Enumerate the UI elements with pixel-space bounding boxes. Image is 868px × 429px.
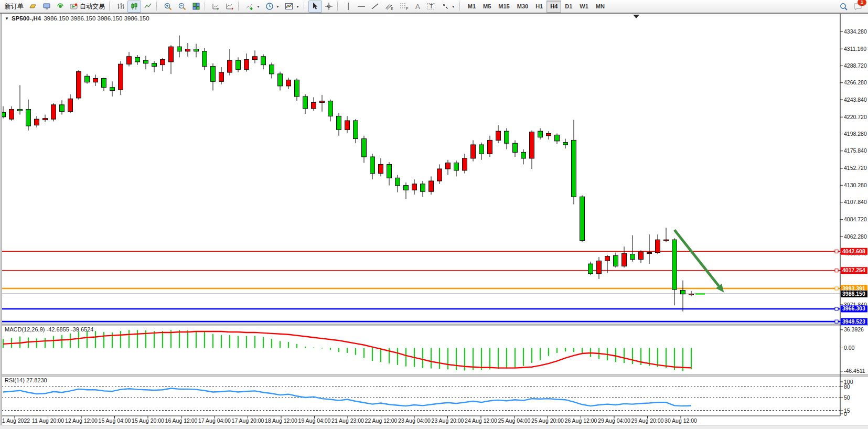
channel-tool-icon[interactable]: E [382,1,397,13]
terminal-icon[interactable] [40,1,53,13]
candle-bull [530,132,534,158]
current-price-label: 3986.150 [842,291,865,297]
line-anchor[interactable] [835,307,838,310]
arrow-annotation[interactable] [674,230,724,292]
text-tool-icon[interactable]: A [411,1,424,13]
price-tick-label: 4130.280 [844,182,867,188]
price-tick-label: 4334.280 [844,28,867,35]
toolbar-separator [337,2,340,11]
toolbar-separator [205,2,208,11]
zoom-in-icon[interactable] [161,1,175,13]
candle-bear [60,105,65,112]
line-anchor[interactable] [835,287,838,290]
arrows-tool-icon[interactable]: ▼ [438,1,458,13]
timeframe-d1[interactable]: D1 [561,1,576,13]
timeframe-m30[interactable]: M30 [513,1,532,13]
line-anchor[interactable] [835,250,838,253]
candle-bull [219,72,224,81]
time-tick-label: 22 Aug 12:00 [365,417,398,424]
timeframe-m5[interactable]: M5 [479,1,495,13]
macd-pane [3,330,691,371]
candle-bear [295,80,299,96]
line-chart-mode-icon[interactable] [141,1,155,13]
notifications-button[interactable]: 1 [853,2,863,11]
chevron-down-icon: ▼ [256,5,260,8]
chart-symbol-period: SP500-,H4 [12,15,41,22]
horizontal-lines[interactable] [2,250,840,323]
time-tick-label: 26 Aug 12:00 [565,417,597,424]
candle-bear [270,65,274,74]
line-anchor[interactable] [835,269,838,272]
time-tick-label: 23 Aug 20:00 [432,417,464,424]
candlestick-mode-icon[interactable] [127,1,141,13]
macd-tick-label: 0.00 [844,345,855,351]
periods-icon[interactable]: ▼ [263,1,282,13]
horizontal-line-tool-icon[interactable] [355,1,368,13]
autotrading-label: 自动交易 [80,2,105,11]
search-icon[interactable] [839,2,848,11]
price-tick-label: 4198.280 [844,131,867,137]
new-order-button[interactable]: 新订单 [2,1,26,12]
autotrading-button[interactable]: 自动交易 [67,1,108,12]
candles [1,36,694,312]
chart-shift-marker[interactable] [633,15,639,18]
text-label-tool-icon[interactable]: T [424,1,438,13]
candle-bull [169,47,174,62]
add-indicator-icon[interactable]: ▼ [243,1,263,13]
candle-bear [177,47,182,51]
arrow-shaft[interactable] [674,230,719,286]
time-tick-label: 25 Aug 04:00 [498,417,531,424]
time-tick-label: 21 Aug 23:00 [331,417,364,424]
line-anchor[interactable] [835,320,838,323]
gold-ingot-icon[interactable] [26,1,40,13]
timeframe-w1[interactable]: W1 [576,1,592,13]
tile-windows-icon[interactable] [189,1,203,13]
auto-scroll-icon[interactable] [209,1,223,13]
fibonacci-tool-icon[interactable]: F [397,1,411,13]
timeframe-mn[interactable]: MN [592,1,608,13]
svg-text:T: T [430,3,433,9]
bar-chart-mode-icon[interactable] [114,1,127,13]
price-tick-label: 4152.720 [844,165,867,171]
candle-bear [505,131,509,143]
time-axis[interactable]: 11 Aug 202211 Aug 20:0012 Aug 12:0015 Au… [0,416,697,424]
candle-bull [605,256,610,261]
candle-bull [35,119,39,125]
candle-bear [563,143,568,145]
vertical-line-tool-icon[interactable] [342,1,355,13]
timeframe-m15[interactable]: M15 [495,1,513,13]
zoom-out-icon[interactable] [175,1,189,13]
candle-bear [211,67,216,82]
hline-price-label: 3949.523 [842,318,865,325]
candle-bull [647,253,652,254]
candle-bear [387,164,392,178]
time-tick-label: 17 Aug 20:00 [232,417,264,424]
timeframe-h1[interactable]: H1 [532,1,546,13]
candle-bull [9,109,14,119]
crosshair-tool-icon[interactable] [322,1,336,13]
time-tick-label: 15 Aug 20:00 [132,417,164,424]
time-tick-label: 23 Aug 04:00 [398,417,431,424]
candle-bull [160,60,165,65]
chart-canvas[interactable]: 4334.2804311.1604288.7204266.2804243.840… [0,0,868,429]
candle-bear [614,255,618,266]
templates-icon[interactable]: ▼ [282,1,302,13]
price-axis[interactable]: 4334.2804311.1604288.7204266.2804243.840… [840,28,867,417]
chart-dropdown-icon[interactable]: ▼ [5,16,9,21]
hline-price-label: 4042.608 [842,248,865,254]
candle-bull [471,145,476,158]
cursor-tool-icon[interactable] [308,1,322,13]
trendline-tool-icon[interactable] [368,1,382,13]
chart-shift-icon[interactable] [223,1,237,13]
time-tick-label: 29 Aug 04:00 [598,417,630,424]
svg-text:E: E [391,7,393,10]
signals-icon[interactable] [53,1,67,13]
candle-bull [412,184,417,190]
candle-bear [144,60,148,63]
timeframe-h4[interactable]: H4 [546,1,561,13]
rsi-pane [2,387,840,411]
timeframe-m1[interactable]: M1 [464,1,479,13]
chart-title[interactable]: ▼ SP500-,H4 3986.150 3986.150 3986.150 3… [5,15,149,22]
toolbar-separator [109,2,112,11]
candle-bull [488,140,492,154]
